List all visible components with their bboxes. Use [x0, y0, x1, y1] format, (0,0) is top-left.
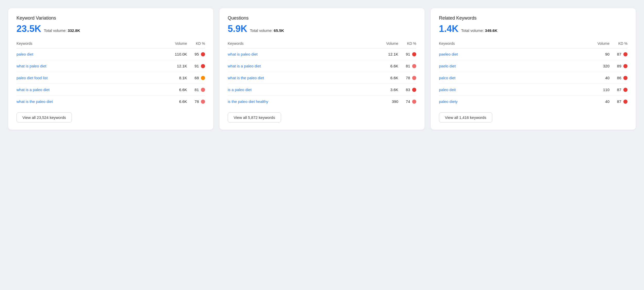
kd-value: 95: [194, 52, 199, 56]
kd-dot: [623, 88, 628, 92]
kd-cell: 91: [187, 64, 205, 68]
keyword-link-3[interactable]: what is a paleo diet: [16, 87, 164, 92]
table-row: what is a paleo diet6.6K81: [228, 60, 416, 72]
card-related-keywords: Related Keywords1.4KTotal volume: 349.6K…: [431, 8, 636, 130]
volume-cell: 6.6K: [164, 87, 187, 92]
table-header: KeywordsVolumeKD %: [439, 41, 628, 48]
kd-dot: [201, 76, 205, 80]
volume-cell: 110.0K: [164, 52, 187, 56]
kd-cell: 81: [398, 64, 416, 68]
summary-count: 1.4K: [439, 23, 459, 34]
cards-container: Keyword Variations23.5KTotal volume: 332…: [8, 8, 636, 130]
kd-value: 87: [617, 52, 621, 56]
kd-value: 81: [194, 87, 199, 92]
view-all-button[interactable]: View all 23,524 keywords: [16, 112, 72, 122]
keyword-link-2[interactable]: paleo diet food list: [16, 76, 164, 80]
kd-value: 78: [194, 99, 199, 104]
keyword-link-1[interactable]: paelo diet: [439, 64, 586, 68]
kd-cell: 91: [398, 52, 416, 56]
kd-dot: [623, 52, 628, 56]
summary-volume: Total volume: 349.6K: [461, 28, 497, 33]
keyword-link-1[interactable]: what is a paleo diet: [228, 64, 375, 68]
kd-value: 87: [617, 99, 621, 104]
kd-dot: [201, 88, 205, 92]
card-keyword-variations: Keyword Variations23.5KTotal volume: 332…: [8, 8, 213, 130]
keyword-link-0[interactable]: paleo diet: [16, 52, 164, 56]
kd-dot: [412, 88, 416, 92]
kd-cell: 95: [187, 52, 205, 56]
kd-value: 91: [406, 52, 410, 56]
card-questions: Questions5.9KTotal volume: 65.5KKeywords…: [219, 8, 425, 130]
kd-dot: [623, 100, 628, 104]
rows-area: what is paleo diet12.1K91what is a paleo…: [228, 48, 416, 107]
view-all-button[interactable]: View all 5,872 keywords: [228, 112, 281, 122]
volume-cell: 390: [375, 99, 398, 104]
keyword-link-2[interactable]: palco diet: [439, 76, 586, 80]
kd-dot: [412, 76, 416, 80]
table-row: paeleo diet9087: [439, 48, 628, 60]
card-title: Keyword Variations: [16, 15, 205, 21]
col-header-2: KD %: [187, 41, 205, 46]
volume-cell: 12.1K: [375, 52, 398, 56]
table-row: what is paleo diet12.1K91: [16, 60, 205, 72]
table-row: what is the paleo diet6.6K78: [16, 96, 205, 107]
col-header-0: Keywords: [439, 41, 586, 46]
col-header-0: Keywords: [228, 41, 375, 46]
keyword-link-4[interactable]: paleo diety: [439, 99, 586, 104]
table-row: paleo diet110.0K95: [16, 48, 205, 60]
table-row: what is paleo diet12.1K91: [228, 48, 416, 60]
keyword-link-3[interactable]: paleo deit: [439, 87, 586, 92]
col-header-1: Volume: [164, 41, 187, 46]
volume-cell: 6.6K: [375, 76, 398, 80]
keyword-link-0[interactable]: paeleo diet: [439, 52, 586, 56]
kd-value: 74: [406, 99, 410, 104]
kd-cell: 78: [398, 76, 416, 80]
kd-value: 89: [617, 64, 621, 68]
col-header-0: Keywords: [16, 41, 164, 46]
kd-dot: [623, 76, 628, 80]
table-row: paleo diety4087: [439, 96, 628, 107]
rows-area: paleo diet110.0K95what is paleo diet12.1…: [16, 48, 205, 107]
kd-value: 86: [617, 76, 621, 80]
table-header: KeywordsVolumeKD %: [16, 41, 205, 48]
keyword-link-4[interactable]: what is the paleo diet: [16, 99, 164, 104]
kd-value: 68: [194, 76, 199, 80]
col-header-1: Volume: [375, 41, 398, 46]
kd-cell: 78: [187, 99, 205, 104]
kd-value: 83: [406, 87, 410, 92]
kd-cell: 68: [187, 76, 205, 80]
volume-cell: 320: [586, 64, 609, 68]
kd-value: 91: [194, 64, 199, 68]
card-title: Related Keywords: [439, 15, 628, 21]
table-row: is the paleo diet healthy39074: [228, 96, 416, 107]
kd-dot: [412, 64, 416, 68]
keyword-link-0[interactable]: what is paleo diet: [228, 52, 375, 56]
volume-cell: 6.6K: [164, 99, 187, 104]
kd-cell: 87: [609, 99, 628, 104]
table-row: is a paleo diet3.6K83: [228, 84, 416, 96]
view-all-button[interactable]: View all 1,416 keywords: [439, 112, 492, 122]
keyword-link-4[interactable]: is the paleo diet healthy: [228, 99, 375, 104]
keyword-link-2[interactable]: what is the paleo diet: [228, 76, 375, 80]
summary-volume: Total volume: 65.5K: [250, 28, 284, 33]
col-header-1: Volume: [586, 41, 609, 46]
table-row: palco diet4086: [439, 72, 628, 84]
kd-dot: [201, 64, 205, 68]
volume-cell: 12.1K: [164, 64, 187, 68]
keyword-link-1[interactable]: what is paleo diet: [16, 64, 164, 68]
kd-cell: 87: [609, 87, 628, 92]
volume-cell: 6.6K: [375, 64, 398, 68]
summary-volume: Total volume: 332.8K: [44, 28, 80, 33]
table-row: paelo diet32089: [439, 60, 628, 72]
card-summary: 1.4KTotal volume: 349.6K: [439, 23, 628, 34]
kd-cell: 86: [609, 76, 628, 80]
kd-value: 87: [617, 87, 621, 92]
card-summary: 23.5KTotal volume: 332.8K: [16, 23, 205, 34]
rows-area: paeleo diet9087paelo diet32089palco diet…: [439, 48, 628, 107]
volume-cell: 3.6K: [375, 87, 398, 92]
keyword-link-3[interactable]: is a paleo diet: [228, 87, 375, 92]
kd-dot: [412, 52, 416, 56]
card-summary: 5.9KTotal volume: 65.5K: [228, 23, 416, 34]
kd-cell: 83: [398, 87, 416, 92]
volume-cell: 40: [586, 99, 609, 104]
